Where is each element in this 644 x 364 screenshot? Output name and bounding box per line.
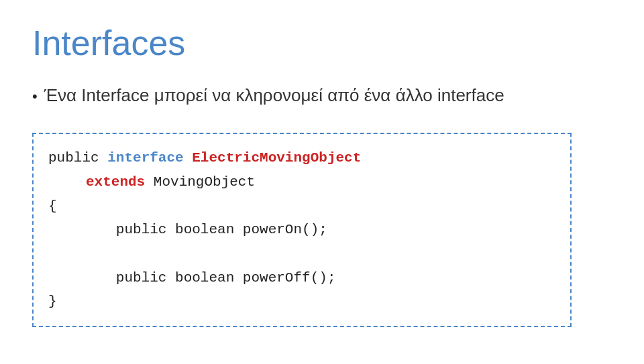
code-line-blank	[48, 242, 551, 266]
code-classname: ElectricMovingObject	[184, 150, 362, 166]
code-poweroff: public boolean powerOff();	[116, 270, 336, 286]
bullet-text: Ένα Interface μπορεί να κληρονομεί από έ…	[44, 84, 504, 107]
code-line-3: {	[48, 194, 551, 219]
code-indent-4	[48, 222, 116, 237]
code-movingobject: MovingObject	[145, 174, 255, 190]
page-title: Interfaces	[32, 24, 612, 62]
code-block: public interface ElectricMovingObject ex…	[32, 133, 572, 327]
code-line-1: public interface ElectricMovingObject	[48, 146, 551, 170]
bullet-dot: •	[32, 86, 38, 107]
code-public-1: public	[48, 150, 107, 166]
slide: Interfaces • Ένα Interface μπορεί να κλη…	[0, 0, 644, 364]
code-extends-kw: extends	[86, 174, 145, 190]
code-line-6: }	[48, 290, 551, 314]
code-line-4: public boolean powerOn();	[48, 218, 551, 242]
code-close-brace: }	[48, 294, 57, 309]
code-line-5: public boolean powerOff();	[48, 266, 551, 290]
code-open-brace: {	[48, 198, 57, 214]
code-interface-kw: interface	[107, 150, 183, 166]
code-line-2: extends MovingObject	[48, 170, 551, 194]
code-indent-5	[48, 270, 116, 286]
bullet-list: • Ένα Interface μπορεί να κληρονομεί από…	[32, 84, 612, 107]
code-poweron: public boolean powerOn();	[116, 222, 327, 237]
list-item: • Ένα Interface μπορεί να κληρονομεί από…	[32, 84, 612, 107]
